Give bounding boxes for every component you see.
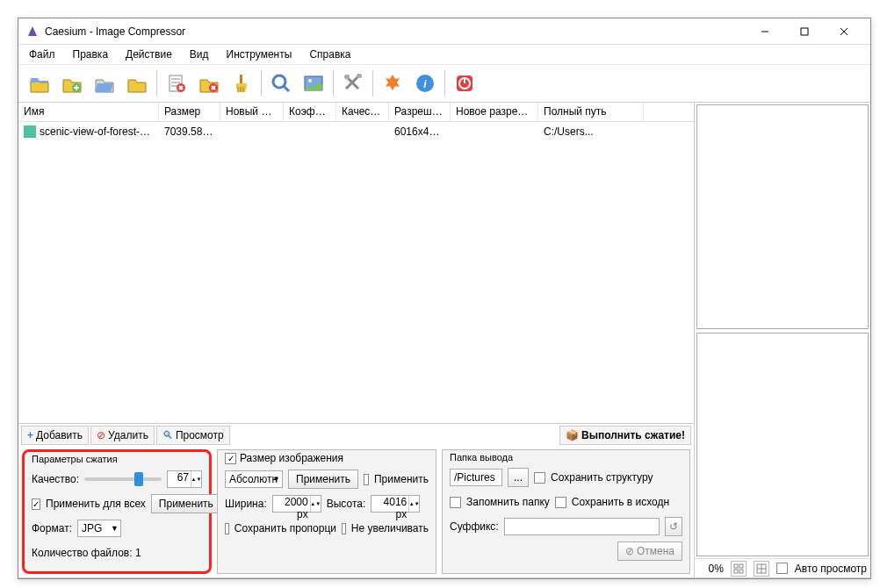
menu-file[interactable]: Файл: [22, 47, 62, 62]
resize-mode-select[interactable]: Абсолютн▼: [225, 470, 283, 488]
svg-rect-17: [734, 570, 738, 573]
info-button[interactable]: i: [409, 68, 441, 99]
keep-ratio-label: Сохранить пропорци: [234, 522, 336, 534]
col-path[interactable]: Полный путь: [538, 103, 644, 121]
apply-all-label: Применить для всех: [46, 498, 146, 510]
clear-folder-button[interactable]: [193, 68, 225, 99]
window-title: Caesium - Image Compressor: [45, 25, 745, 38]
cancel-button[interactable]: ⊘ Отмена: [617, 541, 682, 561]
image-preview-button[interactable]: [298, 68, 329, 99]
width-spinner[interactable]: 2000 px▲▼: [272, 495, 321, 513]
quality-spinner[interactable]: 67▲▼: [167, 470, 202, 488]
forbidden-icon: ⊘: [97, 429, 105, 441]
suffix-input[interactable]: [504, 518, 660, 535]
resize-enable-checkbox[interactable]: ✓: [225, 453, 236, 464]
progress-percent: 0%: [708, 563, 723, 575]
magnifier-icon: 🔍︎: [162, 429, 173, 441]
keep-structure-checkbox[interactable]: [534, 472, 545, 484]
col-newresolution[interactable]: Новое разрешен: [451, 103, 538, 121]
resize-group: ✓Размер изображения Абсолютн▼ Применить …: [217, 449, 436, 574]
cell-res: 6016x4016: [389, 124, 451, 140]
apply-all-checkbox[interactable]: ✓: [32, 498, 40, 510]
file-icon: [24, 125, 36, 138]
quality-label: Качество:: [32, 473, 79, 485]
cell-name: scenic-view-of-forest-du...: [40, 125, 159, 138]
height-spinner[interactable]: 4016 px▲▼: [371, 495, 420, 513]
settings-button[interactable]: [337, 68, 369, 99]
file-count-label: Количество файлов: 1: [32, 547, 141, 559]
add-folder-button[interactable]: [56, 68, 88, 99]
close-button[interactable]: [824, 18, 863, 45]
remove-file-button[interactable]: [161, 68, 192, 99]
app-icon: [25, 25, 40, 39]
svg-point-6: [273, 75, 285, 88]
col-ratio[interactable]: Коэффици: [284, 103, 336, 121]
exit-button[interactable]: [449, 68, 480, 99]
quality-slider[interactable]: [84, 477, 162, 481]
delete-button[interactable]: ⊘Удалить: [90, 426, 155, 445]
save-source-label: Сохранить в исходн: [572, 496, 669, 508]
forbidden-icon: ⊘: [625, 545, 634, 557]
format-select[interactable]: JPG▼: [77, 520, 121, 537]
svg-rect-16: [739, 564, 743, 568]
apply-resize-button[interactable]: Применить: [288, 470, 358, 489]
open-file-button[interactable]: [24, 68, 55, 99]
menu-tools[interactable]: Инструменты: [220, 47, 299, 62]
file-table: Имя Размер Новый разм Коэффици Качество …: [18, 103, 694, 423]
menu-action[interactable]: Действие: [119, 47, 179, 62]
open-folder-button[interactable]: [89, 68, 120, 99]
no-enlarge-checkbox[interactable]: [342, 523, 346, 534]
col-size[interactable]: Размер: [159, 103, 220, 121]
keep-structure-label: Сохранить структуру: [551, 471, 653, 484]
col-resolution[interactable]: Разрешени: [389, 103, 451, 121]
col-quality[interactable]: Качество: [336, 103, 389, 121]
list-toolbar: +Добавить ⊘Удалить 🔍︎Просмотр 📦Выполнить…: [18, 423, 694, 446]
output-path-input[interactable]: /Pictures: [450, 469, 502, 486]
maximize-button[interactable]: [784, 18, 824, 45]
update-button[interactable]: [377, 68, 408, 99]
browse-button[interactable]: ...: [508, 468, 529, 487]
format-label: Формат:: [32, 522, 72, 534]
preview-button[interactable]: [265, 68, 297, 99]
output-group: Папка вывода /Pictures ... Сохранить стр…: [442, 449, 690, 574]
zoom-fit-icon[interactable]: [731, 561, 747, 577]
apply-quality-button[interactable]: Применить: [151, 494, 221, 513]
cell-path: C:/Users...: [538, 124, 644, 140]
menu-view[interactable]: Вид: [183, 47, 216, 62]
add-button[interactable]: +Добавить: [21, 426, 89, 445]
app-window: Caesium - Image Compressor Файл Правка Д…: [18, 18, 871, 579]
clean-button[interactable]: [226, 68, 257, 99]
remember-folder-checkbox[interactable]: [450, 497, 461, 508]
titlebar: Caesium - Image Compressor: [18, 18, 870, 45]
save-source-checkbox[interactable]: [555, 497, 566, 508]
col-name[interactable]: Имя: [18, 103, 159, 121]
resize-title: Размер изображения: [240, 452, 343, 464]
remember-folder-label: Запомнить папку: [466, 496, 550, 508]
menu-edit[interactable]: Правка: [66, 47, 116, 62]
suffix-reset-button[interactable]: ↺: [665, 517, 682, 536]
minimize-button[interactable]: [745, 18, 784, 45]
output-title: Папка вывода: [450, 452, 682, 463]
suffix-label: Суффикс:: [450, 520, 499, 533]
svg-rect-15: [734, 564, 738, 568]
apply-resize-checkbox[interactable]: [364, 474, 369, 485]
table-row[interactable]: scenic-view-of-forest-du... 7039.58 Kb 6…: [18, 122, 694, 141]
zoom-actual-icon[interactable]: [754, 561, 769, 577]
compression-group: Параметры сжатия Качество: 67▲▼ ✓ Примен…: [22, 449, 212, 574]
svg-rect-0: [801, 28, 808, 35]
svg-rect-9: [357, 74, 362, 78]
preview-list-button[interactable]: 🔍︎Просмотр: [156, 426, 230, 445]
compress-button[interactable]: 📦Выполнить сжатие!: [559, 426, 691, 445]
toolbar: i: [18, 64, 870, 103]
menubar: Файл Правка Действие Вид Инструменты Спр…: [18, 45, 870, 64]
col-newsize[interactable]: Новый разм: [220, 103, 284, 121]
save-list-button[interactable]: [121, 68, 153, 99]
cell-quality: [336, 130, 389, 133]
menu-help[interactable]: Справка: [302, 47, 357, 62]
cell-newsize: [220, 130, 284, 133]
keep-ratio-checkbox[interactable]: [225, 523, 229, 534]
svg-rect-18: [739, 570, 743, 573]
compression-title: Параметры сжатия: [32, 454, 202, 464]
svg-rect-10: [344, 75, 350, 79]
auto-preview-checkbox[interactable]: [776, 563, 788, 574]
